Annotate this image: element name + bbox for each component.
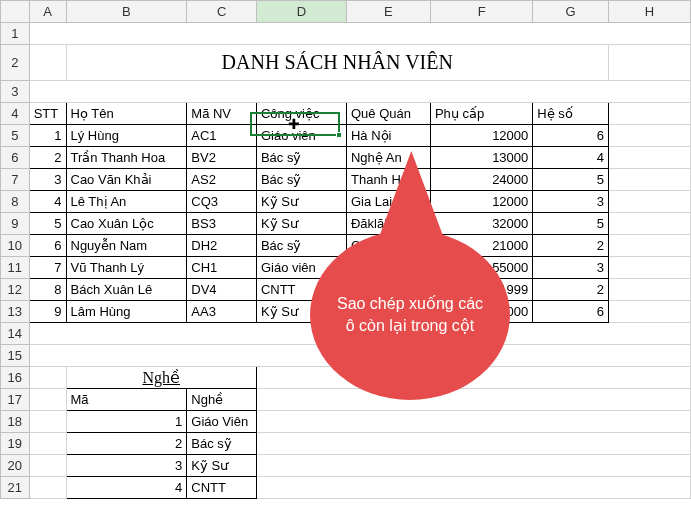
th-congviec[interactable]: Công việc [256, 103, 346, 125]
cell[interactable]: 3 [533, 191, 609, 213]
cell[interactable]: Lê Thị An [66, 191, 187, 213]
cell[interactable]: DH2 [187, 235, 257, 257]
col-header-E[interactable]: E [346, 1, 430, 23]
row-header[interactable]: 14 [1, 323, 30, 345]
cell[interactable]: Bách Xuân Lê [66, 279, 187, 301]
cell[interactable]: 2 [66, 433, 187, 455]
row-header[interactable]: 5 [1, 125, 30, 147]
cell[interactable]: 4 [29, 191, 66, 213]
cell[interactable]: 5 [29, 213, 66, 235]
cell[interactable]: BS3 [187, 213, 257, 235]
th-quequan[interactable]: Quê Quán [346, 103, 430, 125]
col-header-A[interactable]: A [29, 1, 66, 23]
cell[interactable]: Bác sỹ [256, 169, 346, 191]
row-header[interactable]: 12 [1, 279, 30, 301]
cell[interactable]: 5 [533, 169, 609, 191]
cell[interactable]: 7 [29, 257, 66, 279]
col-header-C[interactable]: C [187, 1, 257, 23]
row-header[interactable]: 1 [1, 23, 30, 45]
cell[interactable]: 12000 [430, 125, 532, 147]
cell[interactable]: AA3 [187, 301, 257, 323]
cell[interactable]: 1 [66, 411, 187, 433]
sub-th-ma[interactable]: Mã [66, 389, 187, 411]
th-manv[interactable]: Mã NV [187, 103, 257, 125]
row-header[interactable]: 8 [1, 191, 30, 213]
cell[interactable]: Bác sỹ [187, 433, 257, 455]
cell[interactable]: 6 [533, 301, 609, 323]
cell[interactable]: AS2 [187, 169, 257, 191]
fill-handle[interactable] [336, 132, 342, 138]
cell[interactable]: CQ3 [187, 191, 257, 213]
cell[interactable]: 5 [533, 213, 609, 235]
callout-text: Sao chép xuống các ô còn lại trong cột [310, 230, 510, 400]
cell[interactable]: 3 [533, 257, 609, 279]
cell[interactable]: 6 [533, 125, 609, 147]
row-header[interactable]: 7 [1, 169, 30, 191]
sub-th-nghe[interactable]: Nghề [187, 389, 257, 411]
cell[interactable]: BV2 [187, 147, 257, 169]
row-header[interactable]: 6 [1, 147, 30, 169]
cell[interactable]: 9 [29, 301, 66, 323]
page-title: DANH SÁCH NHÂN VIÊN [66, 45, 609, 81]
cell[interactable]: 2 [533, 235, 609, 257]
col-header-F[interactable]: F [430, 1, 532, 23]
cell[interactable]: Lý Hùng [66, 125, 187, 147]
cell[interactable]: 4 [533, 147, 609, 169]
cell[interactable]: 3 [66, 455, 187, 477]
row-header[interactable]: 11 [1, 257, 30, 279]
cell[interactable]: Cao Xuân Lộc [66, 213, 187, 235]
row-header[interactable]: 4 [1, 103, 30, 125]
cell[interactable]: CNTT [187, 477, 257, 499]
cell[interactable]: Vũ Thanh Lý [66, 257, 187, 279]
cell[interactable]: 8 [29, 279, 66, 301]
row-header[interactable]: 2 [1, 45, 30, 81]
cell[interactable]: AC1 [187, 125, 257, 147]
row-header[interactable]: 13 [1, 301, 30, 323]
col-header-G[interactable]: G [533, 1, 609, 23]
cell[interactable]: Hà Nội [346, 125, 430, 147]
cell[interactable]: 3 [29, 169, 66, 191]
th-hoten[interactable]: Họ Tên [66, 103, 187, 125]
row-header[interactable]: 21 [1, 477, 30, 499]
select-all-corner[interactable] [1, 1, 30, 23]
row-header[interactable]: 16 [1, 367, 30, 389]
row-header[interactable]: 17 [1, 389, 30, 411]
cell[interactable]: Nguyễn Nam [66, 235, 187, 257]
col-header-D[interactable]: D [256, 1, 346, 23]
sub-title: Nghề [66, 367, 256, 389]
row-header[interactable]: 18 [1, 411, 30, 433]
col-header-B[interactable]: B [66, 1, 187, 23]
cell[interactable]: 2 [533, 279, 609, 301]
spreadsheet-view[interactable]: { "columns":["A","B","C","D","E","F","G"… [0, 0, 691, 513]
cell[interactable]: Lâm Hùng [66, 301, 187, 323]
row-header[interactable]: 3 [1, 81, 30, 103]
cell[interactable]: CH1 [187, 257, 257, 279]
th-stt[interactable]: STT [29, 103, 66, 125]
cell[interactable]: Giáo Viên [187, 411, 257, 433]
cell[interactable]: 4 [66, 477, 187, 499]
cell[interactable]: 2 [29, 147, 66, 169]
callout-annotation: Sao chép xuống các ô còn lại trong cột [310, 200, 510, 400]
cell[interactable]: Bác sỹ [256, 147, 346, 169]
cell[interactable]: Kỹ Sư [187, 455, 257, 477]
row-header[interactable]: 10 [1, 235, 30, 257]
th-heso[interactable]: Hệ số [533, 103, 609, 125]
col-header-H[interactable]: H [609, 1, 691, 23]
row-header[interactable]: 20 [1, 455, 30, 477]
cell[interactable]: Trần Thanh Hoa [66, 147, 187, 169]
row-header[interactable]: 9 [1, 213, 30, 235]
row-header[interactable]: 19 [1, 433, 30, 455]
cell[interactable]: 1 [29, 125, 66, 147]
th-phucap[interactable]: Phụ cấp [430, 103, 532, 125]
cell-selected[interactable]: Giáo viên [256, 125, 346, 147]
cell[interactable]: DV4 [187, 279, 257, 301]
cell[interactable]: 6 [29, 235, 66, 257]
row-header[interactable]: 15 [1, 345, 30, 367]
cell[interactable]: Cao Văn Khải [66, 169, 187, 191]
